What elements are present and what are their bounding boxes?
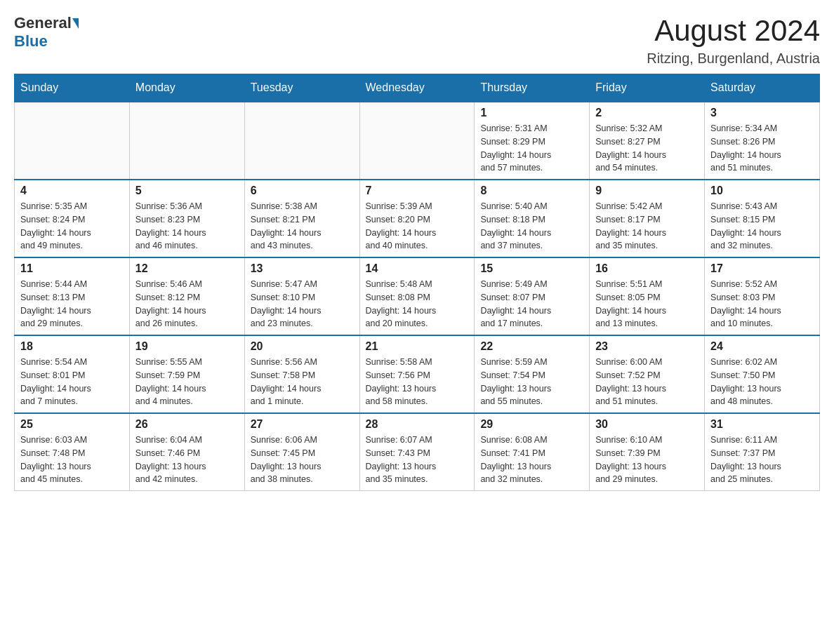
title-area: August 2024 Ritzing, Burgenland, Austria [647, 14, 820, 67]
day-number: 3 [710, 107, 814, 119]
day-info: Sunrise: 5:48 AM Sunset: 8:08 PM Dayligh… [366, 278, 469, 330]
weekday-header-monday: Monday [129, 74, 244, 102]
calendar-cell: 4Sunrise: 5:35 AM Sunset: 8:24 PM Daylig… [15, 180, 130, 257]
calendar-cell [129, 102, 244, 180]
calendar-cell: 15Sunrise: 5:49 AM Sunset: 8:07 PM Dayli… [475, 257, 590, 335]
day-info: Sunrise: 6:10 AM Sunset: 7:39 PM Dayligh… [595, 434, 699, 486]
day-info: Sunrise: 5:47 AM Sunset: 8:10 PM Dayligh… [251, 278, 354, 330]
day-number: 4 [20, 185, 124, 197]
calendar-cell: 21Sunrise: 5:58 AM Sunset: 7:56 PM Dayli… [359, 335, 475, 413]
day-number: 1 [480, 107, 583, 119]
calendar-week-2: 4Sunrise: 5:35 AM Sunset: 8:24 PM Daylig… [15, 180, 820, 257]
day-number: 16 [595, 262, 699, 275]
calendar-cell: 3Sunrise: 5:34 AM Sunset: 8:26 PM Daylig… [705, 102, 820, 180]
day-number: 8 [480, 185, 583, 197]
month-year-title: August 2024 [647, 14, 820, 48]
day-info: Sunrise: 5:42 AM Sunset: 8:17 PM Dayligh… [595, 200, 699, 253]
calendar-cell: 20Sunrise: 5:56 AM Sunset: 7:58 PM Dayli… [244, 335, 359, 413]
calendar-week-3: 11Sunrise: 5:44 AM Sunset: 8:13 PM Dayli… [15, 257, 820, 335]
calendar-cell: 23Sunrise: 6:00 AM Sunset: 7:52 PM Dayli… [590, 335, 705, 413]
day-number: 23 [595, 340, 699, 353]
day-number: 11 [20, 262, 124, 275]
day-number: 17 [710, 262, 814, 275]
day-info: Sunrise: 6:04 AM Sunset: 7:46 PM Dayligh… [135, 434, 239, 486]
logo-general-text: General [14, 14, 72, 32]
day-info: Sunrise: 6:03 AM Sunset: 7:48 PM Dayligh… [20, 434, 124, 486]
day-number: 22 [480, 340, 583, 353]
weekday-header-thursday: Thursday [475, 74, 590, 102]
day-number: 6 [251, 185, 354, 197]
calendar-cell: 13Sunrise: 5:47 AM Sunset: 8:10 PM Dayli… [244, 257, 359, 335]
calendar-cell: 16Sunrise: 5:51 AM Sunset: 8:05 PM Dayli… [590, 257, 705, 335]
day-info: Sunrise: 5:59 AM Sunset: 7:54 PM Dayligh… [480, 356, 583, 408]
day-number: 19 [135, 340, 239, 353]
weekday-header-tuesday: Tuesday [244, 74, 359, 102]
calendar-cell: 29Sunrise: 6:08 AM Sunset: 7:41 PM Dayli… [475, 413, 590, 491]
logo: General Blue [14, 14, 79, 51]
day-number: 14 [366, 262, 469, 275]
calendar-cell: 18Sunrise: 5:54 AM Sunset: 8:01 PM Dayli… [15, 335, 130, 413]
calendar-cell: 30Sunrise: 6:10 AM Sunset: 7:39 PM Dayli… [590, 413, 705, 491]
calendar-cell: 17Sunrise: 5:52 AM Sunset: 8:03 PM Dayli… [705, 257, 820, 335]
weekday-header-saturday: Saturday [705, 74, 820, 102]
day-info: Sunrise: 5:55 AM Sunset: 7:59 PM Dayligh… [135, 356, 239, 408]
calendar-cell: 12Sunrise: 5:46 AM Sunset: 8:12 PM Dayli… [129, 257, 244, 335]
calendar-cell: 10Sunrise: 5:43 AM Sunset: 8:15 PM Dayli… [705, 180, 820, 257]
calendar-cell [244, 102, 359, 180]
weekday-header-sunday: Sunday [15, 74, 130, 102]
day-info: Sunrise: 5:34 AM Sunset: 8:26 PM Dayligh… [710, 122, 814, 175]
calendar-week-1: 1Sunrise: 5:31 AM Sunset: 8:29 PM Daylig… [15, 102, 820, 180]
calendar-cell: 27Sunrise: 6:06 AM Sunset: 7:45 PM Dayli… [244, 413, 359, 491]
calendar-cell: 19Sunrise: 5:55 AM Sunset: 7:59 PM Dayli… [129, 335, 244, 413]
day-info: Sunrise: 6:00 AM Sunset: 7:52 PM Dayligh… [595, 356, 699, 408]
day-number: 24 [710, 340, 814, 353]
day-number: 13 [251, 262, 354, 275]
day-info: Sunrise: 5:49 AM Sunset: 8:07 PM Dayligh… [480, 278, 583, 330]
day-number: 29 [480, 418, 583, 431]
logo-blue-text: Blue [14, 32, 48, 50]
day-number: 27 [251, 418, 354, 431]
weekday-header-wednesday: Wednesday [359, 74, 475, 102]
day-info: Sunrise: 6:07 AM Sunset: 7:43 PM Dayligh… [366, 434, 469, 486]
calendar-cell [359, 102, 475, 180]
calendar-cell: 22Sunrise: 5:59 AM Sunset: 7:54 PM Dayli… [475, 335, 590, 413]
day-info: Sunrise: 5:38 AM Sunset: 8:21 PM Dayligh… [251, 200, 354, 253]
calendar-week-4: 18Sunrise: 5:54 AM Sunset: 8:01 PM Dayli… [15, 335, 820, 413]
calendar-cell: 7Sunrise: 5:39 AM Sunset: 8:20 PM Daylig… [359, 180, 475, 257]
day-info: Sunrise: 5:54 AM Sunset: 8:01 PM Dayligh… [20, 356, 124, 408]
weekday-header-friday: Friday [590, 74, 705, 102]
day-number: 12 [135, 262, 239, 275]
calendar-cell: 5Sunrise: 5:36 AM Sunset: 8:23 PM Daylig… [129, 180, 244, 257]
day-number: 21 [366, 340, 469, 353]
day-info: Sunrise: 5:52 AM Sunset: 8:03 PM Dayligh… [710, 278, 814, 330]
day-info: Sunrise: 5:43 AM Sunset: 8:15 PM Dayligh… [710, 200, 814, 253]
day-info: Sunrise: 6:08 AM Sunset: 7:41 PM Dayligh… [480, 434, 583, 486]
day-number: 26 [135, 418, 239, 431]
calendar-cell: 24Sunrise: 6:02 AM Sunset: 7:50 PM Dayli… [705, 335, 820, 413]
day-info: Sunrise: 5:39 AM Sunset: 8:20 PM Dayligh… [366, 200, 469, 253]
calendar-cell: 28Sunrise: 6:07 AM Sunset: 7:43 PM Dayli… [359, 413, 475, 491]
day-info: Sunrise: 6:06 AM Sunset: 7:45 PM Dayligh… [251, 434, 354, 486]
calendar-cell [15, 102, 130, 180]
day-number: 10 [710, 185, 814, 197]
day-info: Sunrise: 6:02 AM Sunset: 7:50 PM Dayligh… [710, 356, 814, 408]
calendar-cell: 31Sunrise: 6:11 AM Sunset: 7:37 PM Dayli… [705, 413, 820, 491]
day-number: 25 [20, 418, 124, 431]
calendar-week-5: 25Sunrise: 6:03 AM Sunset: 7:48 PM Dayli… [15, 413, 820, 491]
day-number: 2 [595, 107, 699, 119]
day-info: Sunrise: 5:35 AM Sunset: 8:24 PM Dayligh… [20, 200, 124, 253]
day-info: Sunrise: 5:36 AM Sunset: 8:23 PM Dayligh… [135, 200, 239, 253]
day-number: 7 [366, 185, 469, 197]
day-info: Sunrise: 5:44 AM Sunset: 8:13 PM Dayligh… [20, 278, 124, 330]
calendar-cell: 1Sunrise: 5:31 AM Sunset: 8:29 PM Daylig… [475, 102, 590, 180]
day-info: Sunrise: 5:51 AM Sunset: 8:05 PM Dayligh… [595, 278, 699, 330]
day-number: 15 [480, 262, 583, 275]
day-number: 31 [710, 418, 814, 431]
calendar-cell: 26Sunrise: 6:04 AM Sunset: 7:46 PM Dayli… [129, 413, 244, 491]
calendar-cell: 8Sunrise: 5:40 AM Sunset: 8:18 PM Daylig… [475, 180, 590, 257]
day-number: 20 [251, 340, 354, 353]
page-header: General Blue August 2024 Ritzing, Burgen… [14, 14, 820, 67]
day-number: 9 [595, 185, 699, 197]
day-number: 28 [366, 418, 469, 431]
location-subtitle: Ritzing, Burgenland, Austria [647, 51, 820, 67]
